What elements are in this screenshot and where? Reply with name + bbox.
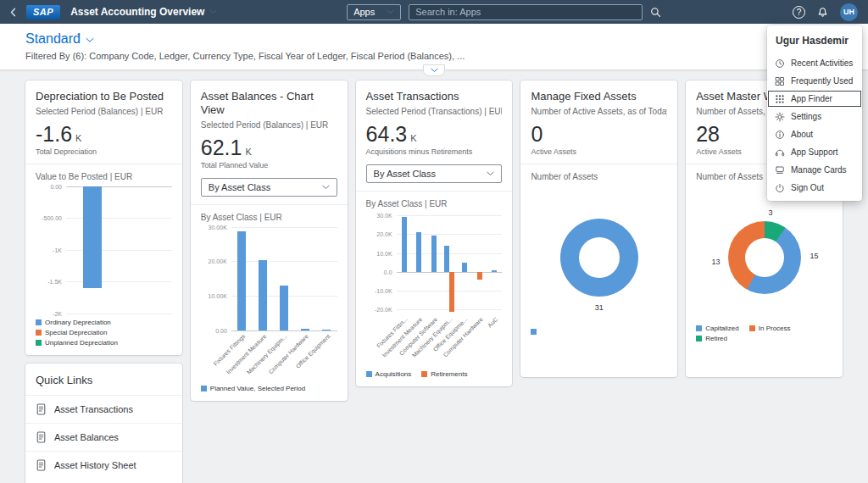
chevron-down-icon: [487, 171, 494, 176]
legend-item: [531, 329, 667, 335]
divider: [520, 164, 677, 164]
card-header[interactable]: Depreciation to Be Posted Selected Perio…: [36, 90, 172, 156]
chevron-down-icon: [86, 37, 94, 43]
y-axis: 0.00-500.00-1K-1.5K-2K: [36, 186, 66, 314]
legend-swatch: [749, 325, 755, 331]
donut-ring[interactable]: [728, 221, 801, 294]
transactions-bar-chart[interactable]: 30.0K20.0K10.0K0.0-10.0K-20.0K: [366, 214, 503, 314]
dimension-select[interactable]: By Asset Class: [201, 178, 337, 197]
fixed-assets-donut-chart[interactable]: 31: [548, 207, 650, 308]
card-depreciation-to-be-posted: Depreciation to Be Posted Selected Perio…: [25, 80, 182, 355]
page-header: Standard* Filtered By (6): Company Code,…: [0, 24, 868, 70]
worklist-donut-chart[interactable]: 3 15 13: [714, 207, 815, 308]
chevron-down-icon: [387, 9, 394, 14]
menu-item-recent-activities[interactable]: Recent Activities: [767, 54, 862, 72]
card-asset-transactions: Asset Transactions Selected Period (Tran…: [356, 80, 513, 386]
card-asset-balances: Asset Balances - Chart View Selected Per…: [191, 80, 348, 400]
filter-summary: Filtered By (6): Company Code, Ledger, C…: [25, 51, 843, 61]
card-subtitle: Selected Period (Balances) | EUR: [201, 120, 337, 130]
user-name: Ugur Hasdemir: [767, 25, 862, 54]
kpi-value: -1.6K: [36, 124, 172, 145]
chart-section-title: Value to Be Posted | EUR: [36, 172, 172, 181]
legend-item: Ordinary Depreciation: [36, 319, 172, 326]
menu-item-manage-cards[interactable]: Manage Cards: [767, 161, 862, 179]
y-axis: 30.0K20.0K10.0K0.0-10.0K-20.0K: [366, 214, 397, 314]
donut-ring[interactable]: [560, 219, 638, 297]
card-subtitle: Selected Period (Balances) | EUR: [36, 107, 172, 116]
chevron-down-icon: [322, 185, 330, 190]
card-title: Manage Fixed Assets: [531, 90, 667, 103]
search-icon[interactable]: [650, 7, 661, 18]
legend-swatch: [696, 325, 702, 331]
donut-data-label: 3: [768, 208, 772, 217]
chart-section-title: Number of Assets: [531, 172, 667, 181]
user-avatar[interactable]: UH: [840, 3, 858, 21]
legend-item: Unplanned Depreciation: [36, 339, 172, 347]
depreciation-bar-chart[interactable]: 0.00-500.00-1K-1.5K-2K: [36, 186, 172, 314]
header-collapse-button[interactable]: [423, 64, 445, 76]
quick-link-asset-balances[interactable]: Asset Balances: [25, 423, 182, 451]
x-axis: Fixtures Fittin...Investment MeasureComp…: [397, 314, 503, 363]
app-title-menu[interactable]: Asset Accounting Overview: [70, 6, 217, 18]
menu-item-frequently-used[interactable]: Frequently Used: [767, 72, 862, 90]
legend-item: In Process: [749, 325, 791, 332]
sap-logo[interactable]: SAP: [26, 5, 60, 19]
clock-icon: [775, 58, 785, 69]
legend-swatch: [366, 371, 372, 377]
chart-legend: Capitalized In Process Retired: [696, 322, 832, 342]
legend-item: Acquisitions: [366, 370, 412, 378]
info-icon: [775, 130, 785, 140]
chart-legend: [531, 329, 667, 335]
menu-item-app-support[interactable]: App Support: [767, 143, 862, 161]
donut-data-label: 31: [595, 303, 604, 312]
back-button[interactable]: [10, 8, 16, 17]
app-finder-icon: [775, 94, 785, 104]
document-icon: [36, 431, 47, 443]
divider: [356, 191, 513, 192]
notifications-bell-icon[interactable]: [817, 6, 828, 18]
menu-item-app-finder[interactable]: App Finder: [767, 90, 862, 108]
chart-legend: Acquisitions Retirements: [366, 368, 503, 378]
menu-item-settings[interactable]: Settings: [767, 108, 862, 125]
menu-item-sign-out[interactable]: Sign Out: [767, 179, 862, 197]
legend-swatch: [531, 329, 537, 335]
card-header[interactable]: Manage Fixed Assets Number of Active Ass…: [531, 90, 667, 156]
gear-icon: [775, 112, 785, 122]
card-header[interactable]: Asset Transactions Selected Period (Tran…: [366, 90, 503, 156]
quick-link-asset-transactions[interactable]: Asset Transactions: [25, 395, 182, 423]
help-button[interactable]: ?: [793, 6, 805, 19]
card-title: Quick Links: [25, 364, 182, 395]
card-manage-fixed-assets: Manage Fixed Assets Number of Active Ass…: [520, 80, 677, 377]
headset-icon: [775, 147, 785, 158]
card-subtitle: Selected Period (Transactions) | EUR: [366, 107, 503, 116]
grid-icon: [775, 76, 785, 86]
quick-link-asset-history-sheet[interactable]: Asset History Sheet: [25, 451, 182, 479]
dimension-select[interactable]: By Asset Class: [366, 164, 503, 183]
legend-swatch: [201, 386, 207, 391]
legend-swatch: [36, 330, 42, 336]
menu-item-about[interactable]: About: [767, 125, 862, 143]
legend-item: Retirements: [421, 370, 467, 378]
dimension-select-value: By Asset Class: [374, 169, 436, 179]
donut-data-label: 13: [712, 258, 721, 266]
card-subtitle: Number of Active Assets, as of Today: [531, 107, 667, 116]
legend-swatch: [36, 319, 42, 325]
divider: [191, 204, 348, 205]
search-input[interactable]: [409, 4, 643, 20]
card-title: Depreciation to Be Posted: [36, 90, 172, 103]
card-header[interactable]: Asset Balances - Chart View Selected Per…: [201, 90, 337, 169]
chevron-down-icon: [209, 9, 217, 14]
variant-selector[interactable]: Standard*: [25, 31, 94, 47]
power-icon: [775, 183, 785, 193]
variant-title: Standard*: [25, 31, 80, 47]
search-scope-select[interactable]: Apps: [347, 4, 401, 20]
shell-bar: SAP Asset Accounting Overview Apps ? UH: [0, 0, 868, 24]
dimension-select-value: By Asset Class: [209, 182, 270, 192]
chart-legend: Ordinary Depreciation Special Depreciati…: [36, 319, 172, 347]
variant-modified-marker: *: [77, 31, 81, 40]
chart-plot: [66, 186, 172, 314]
card-title: Asset Transactions: [366, 90, 503, 103]
legend-item: Special Depreciation: [36, 329, 172, 336]
balances-bar-chart[interactable]: 30.00K20.00K10.00K0.00: [201, 227, 337, 330]
legend-swatch: [696, 336, 702, 341]
